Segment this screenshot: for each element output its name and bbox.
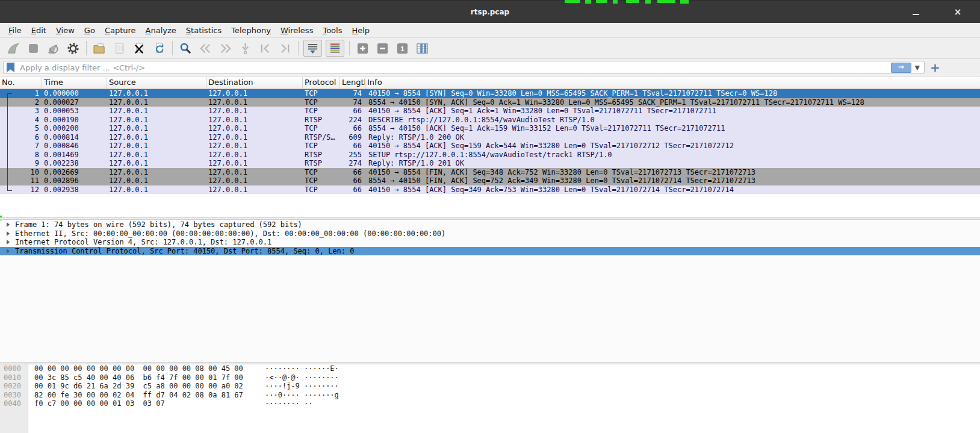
menu-file[interactable]: File xyxy=(4,25,26,36)
go-forward-icon[interactable] xyxy=(217,40,234,56)
detail-row-2[interactable]: Internet Protocol Version 4, Src: 127.0.… xyxy=(0,238,980,247)
auto-scroll-icon[interactable] xyxy=(303,40,322,57)
hex-bytes: f0 c7 00 00 00 00 01 03 03 07 xyxy=(34,399,165,408)
expander-icon[interactable] xyxy=(7,240,10,245)
background-artifact xyxy=(657,0,675,3)
column-header-protocol[interactable]: Protocol xyxy=(303,77,340,89)
expander-icon[interactable] xyxy=(7,222,10,227)
detail-text: Internet Protocol Version 4, Src: 127.0.… xyxy=(15,238,271,247)
menubar: FileEditViewGoCaptureAnalyzeStatisticsTe… xyxy=(0,23,980,37)
background-artifact xyxy=(680,0,689,4)
zoom-100-icon[interactable]: 1 xyxy=(394,40,411,56)
detail-text: Frame 1: 74 bytes on wire (592 bits), 74… xyxy=(15,220,302,229)
menu-telephony[interactable]: Telephony xyxy=(226,25,276,36)
zoom-in-icon[interactable] xyxy=(355,40,371,56)
packet-row-4[interactable]: 40.000190127.0.0.1127.0.0.1RTSP224DESCRI… xyxy=(0,116,980,125)
close-button[interactable]: × xyxy=(950,6,966,18)
hex-row-0010[interactable]: 001000 3c 85 c5 40 00 40 06 b6 f4 7f 00 … xyxy=(0,373,980,382)
hex-offset: 0010 xyxy=(4,373,21,382)
open-file-icon[interactable] xyxy=(91,40,108,56)
hex-row-0020[interactable]: 002000 01 9c d6 21 6a 2d 39 c5 a8 00 00 … xyxy=(0,382,980,391)
background-artifact xyxy=(613,0,618,4)
packet-row-1[interactable]: 10.000000127.0.0.1127.0.0.1TCP7440150 → … xyxy=(0,89,980,98)
minimize-button[interactable] xyxy=(908,6,923,18)
hex-offset: 0020 xyxy=(4,382,21,391)
column-header-destination[interactable]: Destination xyxy=(206,77,303,89)
stop-capture-icon[interactable] xyxy=(25,40,42,56)
main-toolbar: 010101101 xyxy=(0,37,980,58)
restart-capture-icon[interactable] xyxy=(45,40,61,56)
menu-help[interactable]: Help xyxy=(347,25,374,36)
menu-statistics[interactable]: Statistics xyxy=(181,25,226,36)
detail-row-1[interactable]: Ethernet II, Src: 00:00:00_00:00:00 (00:… xyxy=(0,229,980,238)
packet-row-7[interactable]: 70.000846127.0.0.1127.0.0.1TCP6640150 → … xyxy=(0,142,980,151)
hex-offset: 0030 xyxy=(4,391,21,400)
hex-ascii: ········ ······E· xyxy=(265,364,339,373)
display-filter-input[interactable]: Apply a display filter ... <Ctrl-/> → ▼ xyxy=(3,61,925,74)
hex-ascii: ···0···· ·······g xyxy=(265,391,339,400)
svg-text:1: 1 xyxy=(400,45,405,52)
start-capture-icon[interactable] xyxy=(5,40,22,56)
column-header-info[interactable]: Info xyxy=(365,77,980,89)
hex-row-0030[interactable]: 003082 00 fe 30 00 00 02 04 ff d7 04 02 … xyxy=(0,391,980,400)
packet-row-5[interactable]: 50.000200127.0.0.1127.0.0.1TCP668554 → 4… xyxy=(0,124,980,133)
pane-splitter[interactable] xyxy=(0,217,980,220)
packet-row-11[interactable]: 110.002896127.0.0.1127.0.0.1TCP668554 → … xyxy=(0,176,980,185)
expander-icon[interactable] xyxy=(7,249,10,254)
close-file-icon[interactable] xyxy=(131,40,147,56)
expander-icon[interactable] xyxy=(7,231,10,236)
column-header-length[interactable]: Length xyxy=(340,77,365,89)
add-filter-button[interactable]: + xyxy=(930,60,940,75)
detail-text: Ethernet II, Src: 00:00:00_00:00:00 (00:… xyxy=(15,229,445,238)
column-header-time[interactable]: Time xyxy=(42,77,107,89)
filter-bar: Apply a display filter ... <Ctrl-/> → ▼ … xyxy=(0,58,980,76)
packet-row-2[interactable]: 20.000027127.0.0.1127.0.0.1TCP748554 → 4… xyxy=(0,98,980,107)
filter-dropdown-caret-icon[interactable]: ▼ xyxy=(915,64,920,72)
packet-row-12[interactable]: 120.002938127.0.0.1127.0.0.1TCP6640150 →… xyxy=(0,185,980,195)
menu-wireless[interactable]: Wireless xyxy=(276,25,318,36)
menu-go[interactable]: Go xyxy=(79,25,100,36)
packet-row-8[interactable]: 80.001469127.0.0.1127.0.0.1RTSP255SETUP … xyxy=(0,151,980,160)
go-back-icon[interactable] xyxy=(197,40,214,56)
conversation-bracket xyxy=(7,93,12,191)
go-first-icon[interactable] xyxy=(257,40,273,56)
hex-bytes: 00 00 00 00 00 00 00 00 00 00 00 00 08 0… xyxy=(34,364,243,373)
toolbar-separator xyxy=(298,41,299,55)
background-artifact xyxy=(585,0,591,4)
menu-edit[interactable]: Edit xyxy=(26,25,51,36)
filter-placeholder: Apply a display filter ... <Ctrl-/> xyxy=(20,63,891,72)
packet-row-9[interactable]: 90.002238127.0.0.1127.0.0.1RTSP274Reply:… xyxy=(0,159,980,168)
menu-view[interactable]: View xyxy=(51,25,79,36)
menu-capture[interactable]: Capture xyxy=(100,25,141,36)
go-to-packet-icon[interactable] xyxy=(237,40,253,56)
menu-tools[interactable]: Tools xyxy=(318,25,347,36)
column-header-source[interactable]: Source xyxy=(107,77,206,89)
hex-row-0000[interactable]: 000000 00 00 00 00 00 00 00 00 00 00 00 … xyxy=(0,364,980,373)
capture-options-icon[interactable] xyxy=(65,40,81,56)
hex-ascii: ····!j-9 ········ xyxy=(265,382,339,391)
menu-analyze[interactable]: Analyze xyxy=(141,25,181,36)
detail-row-0[interactable]: Frame 1: 74 bytes on wire (592 bits), 74… xyxy=(0,220,980,229)
find-packet-icon[interactable] xyxy=(178,40,194,56)
column-header-no[interactable]: No. xyxy=(0,77,42,89)
zoom-out-icon[interactable] xyxy=(374,40,391,56)
hex-offset: 0040 xyxy=(4,399,21,408)
window-title: rtsp.pcap xyxy=(0,8,980,16)
hex-bytes: 82 00 fe 30 00 00 02 04 ff d7 04 02 08 0… xyxy=(34,391,243,400)
bookmark-icon[interactable] xyxy=(7,63,14,72)
save-file-icon[interactable]: 01010110 xyxy=(111,40,128,56)
reload-file-icon[interactable] xyxy=(151,40,167,56)
packet-row-10[interactable]: 100.002669127.0.0.1127.0.0.1TCP6640150 →… xyxy=(0,168,980,177)
titlebar: rtsp.pcap × xyxy=(0,0,980,23)
detail-text: Transmission Control Protocol, Src Port:… xyxy=(15,247,355,256)
detail-row-3[interactable]: Transmission Control Protocol, Src Port:… xyxy=(0,247,980,256)
hex-row-0040[interactable]: 0040f0 c7 00 00 00 00 01 03 03 07·······… xyxy=(0,399,980,408)
packet-row-6[interactable]: 60.000814127.0.0.1127.0.0.1RTSP/S…609Rep… xyxy=(0,133,980,142)
resize-columns-icon[interactable] xyxy=(414,40,430,56)
packet-row-3[interactable]: 30.000053127.0.0.1127.0.0.1TCP6640150 → … xyxy=(0,107,980,116)
colorize-icon[interactable] xyxy=(326,40,344,57)
background-artifact xyxy=(596,0,607,3)
go-last-icon[interactable] xyxy=(277,40,293,56)
background-artifact xyxy=(565,0,580,3)
apply-filter-button[interactable]: → xyxy=(891,63,911,73)
